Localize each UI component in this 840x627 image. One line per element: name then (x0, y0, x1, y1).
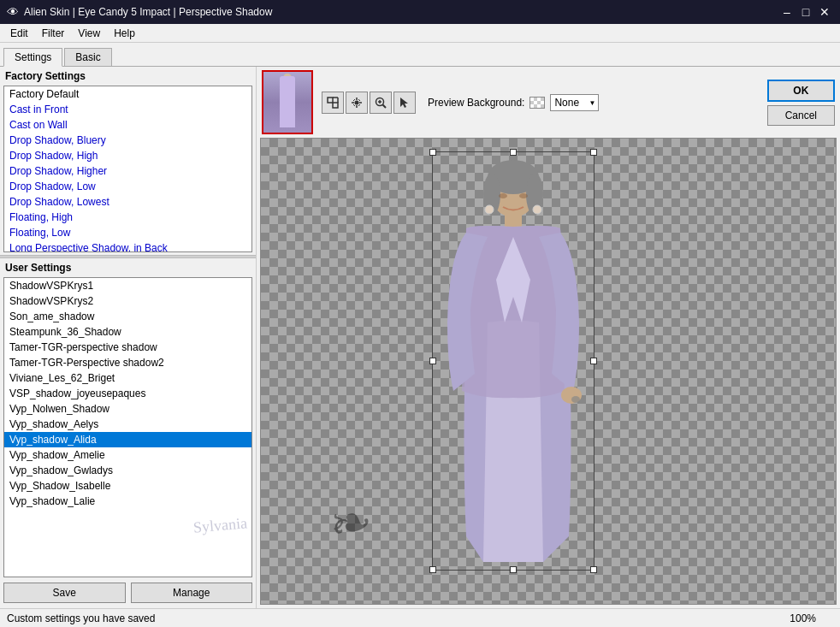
ok-cancel-buttons: OK Cancel (767, 80, 835, 126)
right-panel: Preview Background: None White Black Gra… (257, 67, 840, 608)
left-panel: Factory Settings Factory Default Cast in… (0, 67, 257, 608)
preview-bg-select-wrapper: None White Black Gray (550, 94, 599, 111)
list-item[interactable]: Drop Shadow, High (4, 148, 251, 163)
list-item[interactable]: Drop Shadow, Higher (4, 163, 251, 179)
svg-point-19 (519, 193, 528, 198)
list-item[interactable]: Viviane_Les_62_Briget (4, 370, 251, 386)
pan-icon (350, 96, 364, 109)
list-item[interactable]: Cast on Wall (4, 117, 251, 133)
ok-button[interactable]: OK (767, 80, 835, 102)
list-item[interactable]: Drop Shadow, Low (4, 179, 251, 194)
user-settings-list[interactable]: ShadowVSPKrys1 ShadowVSPKrys2 Son_ame_sh… (3, 277, 252, 577)
close-button[interactable]: ✕ (816, 3, 833, 21)
svg-rect-1 (333, 103, 338, 108)
preview-thumb-inner (263, 72, 311, 133)
menu-filter[interactable]: Filter (35, 26, 72, 41)
preview-area[interactable]: ❧ (260, 138, 837, 605)
select-icon (398, 96, 411, 109)
list-item[interactable]: Vyp_Nolwen_Shadow (4, 401, 251, 417)
preview-bg-select[interactable]: None White Black Gray (550, 94, 599, 111)
zoom-icon (374, 96, 387, 109)
list-item[interactable]: Vyp_shadow_Amelie (4, 447, 251, 463)
status-text: Custom settings you have saved (7, 612, 155, 624)
list-item[interactable]: ShadowVSPKrys2 (4, 293, 251, 309)
zoom-tool[interactable] (370, 92, 392, 114)
list-item[interactable]: Long Perspective Shadow, in Back (4, 240, 251, 252)
list-item[interactable]: Vyp_Shadow_Isabelle (4, 478, 251, 494)
svg-rect-13 (505, 213, 522, 228)
preview-thumbnail (262, 70, 313, 134)
list-item[interactable]: Drop Shadow, Bluery (4, 133, 251, 148)
factory-settings-list[interactable]: Factory Default Cast in Front Cast on Wa… (3, 86, 252, 252)
list-item[interactable]: Drop Shadow, Lowest (4, 194, 251, 210)
factory-settings-header: Factory Settings (0, 67, 256, 86)
list-item[interactable]: Factory Default (4, 86, 251, 102)
list-item-selected[interactable]: Vyp_shadow_Alida (4, 432, 251, 447)
tab-basic[interactable]: Basic (64, 48, 111, 66)
thumb-figure (280, 76, 295, 127)
status-bar: Custom settings you have saved 100% (0, 608, 840, 627)
user-settings-section: User Settings ShadowVSPKrys1 ShadowVSPKr… (0, 258, 256, 577)
top-toolbar: Preview Background: None White Black Gra… (257, 67, 840, 138)
manage-button[interactable]: Manage (131, 583, 253, 603)
zoom-reset-icon (326, 96, 340, 109)
window-title: Alien Skin | Eye Candy 5 Impact | Perspe… (24, 6, 272, 18)
factory-settings-section: Factory Settings Factory Default Cast in… (0, 67, 256, 255)
list-item[interactable]: ShadowVSPKrys1 (4, 278, 251, 293)
svg-line-6 (383, 104, 387, 108)
tabs-bar: Settings Basic (0, 43, 840, 67)
user-settings-header: User Settings (0, 258, 256, 277)
menu-help[interactable]: Help (107, 26, 142, 41)
list-item[interactable]: Floating, High (4, 210, 251, 225)
svg-point-17 (533, 205, 541, 214)
list-item[interactable]: Steampunk_36_Shadow (4, 324, 251, 340)
list-item[interactable]: Tamer-TGR-Perspective shadow2 (4, 355, 251, 370)
list-item[interactable]: Floating, Low (4, 225, 251, 240)
pan-tool[interactable] (346, 92, 368, 114)
list-item[interactable]: Cast in Front (4, 102, 251, 117)
svg-point-18 (499, 193, 507, 198)
minimize-button[interactable]: – (778, 3, 796, 21)
list-item[interactable]: VSP_shadow_joyeusepaques (4, 386, 251, 401)
zoom-level: 100% (790, 612, 816, 624)
tab-settings[interactable]: Settings (3, 48, 62, 67)
bg-color-swatch (529, 97, 545, 109)
zoom-reset-tool[interactable] (322, 92, 344, 114)
list-item[interactable]: Vyp_shadow_Lalie (4, 494, 251, 509)
preview-bg-label: Preview Background: (428, 97, 524, 109)
title-bar: 👁 Alien Skin | Eye Candy 5 Impact | Pers… (0, 0, 840, 24)
toolbar-tools (322, 92, 416, 114)
bottom-buttons: Save Manage (0, 577, 256, 608)
maximize-button[interactable]: □ (797, 3, 814, 21)
cancel-button[interactable]: Cancel (767, 105, 835, 126)
svg-point-16 (485, 205, 494, 214)
preview-image-container (432, 151, 595, 571)
menu-bar: Edit Filter View Help (0, 24, 840, 43)
preview-bg-section: Preview Background: None White Black Gra… (428, 94, 599, 111)
app-icon: 👁 (7, 5, 19, 19)
svg-rect-0 (328, 98, 333, 103)
select-tool[interactable] (393, 92, 416, 114)
save-button[interactable]: Save (3, 583, 126, 603)
menu-edit[interactable]: Edit (3, 26, 35, 41)
woman-figure-svg (432, 151, 595, 571)
list-item[interactable]: Son_ame_shadow (4, 309, 251, 324)
svg-point-15 (571, 396, 580, 403)
list-item[interactable]: Tamer-TGR-perspective shadow (4, 340, 251, 355)
svg-point-4 (355, 100, 359, 104)
list-item[interactable]: Vyp_shadow_Aelys (4, 417, 251, 432)
list-item[interactable]: Vyp_shadow_Gwladys (4, 463, 251, 478)
menu-view[interactable]: View (71, 26, 107, 41)
